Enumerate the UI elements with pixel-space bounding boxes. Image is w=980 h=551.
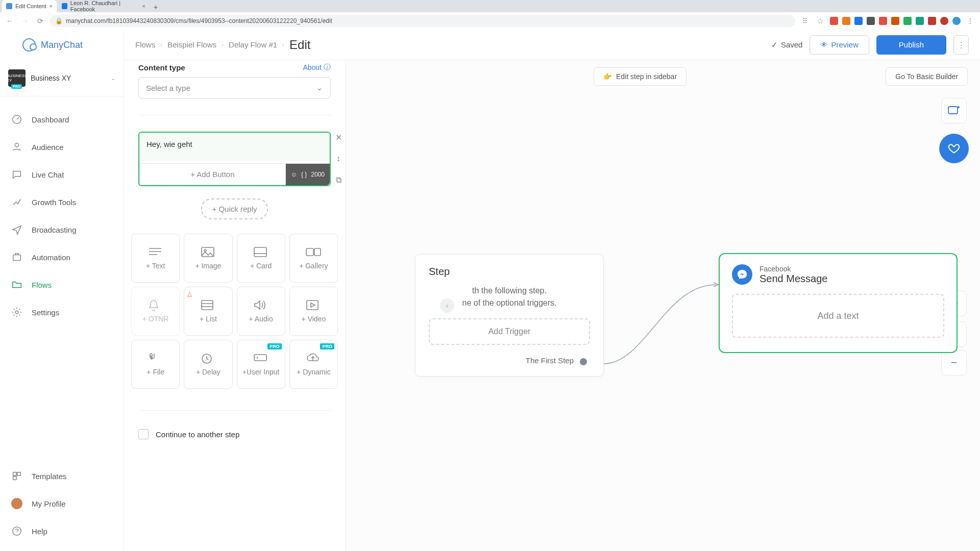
content-block-audio[interactable]: + Audio xyxy=(237,287,285,336)
sidebar-item-growth[interactable]: Growth Tools xyxy=(0,188,124,216)
content-block-gallery[interactable]: + Gallery xyxy=(289,234,338,283)
content-type-select[interactable]: Select a type ⌄ xyxy=(138,77,331,98)
add-quick-reply-button[interactable]: + Quick reply xyxy=(201,198,268,219)
back-button[interactable]: ← xyxy=(4,17,15,25)
chevron-right-icon: › xyxy=(282,41,284,48)
automation-icon xyxy=(11,252,22,263)
extension-icon[interactable] xyxy=(891,17,899,25)
content-block-list[interactable]: △+ List xyxy=(184,287,232,336)
svg-point-1 xyxy=(15,143,18,147)
about-link[interactable]: About ⓘ xyxy=(303,63,331,72)
menu-icon[interactable]: ⋮ xyxy=(965,17,976,25)
sidebar-item-templates[interactable]: Templates xyxy=(0,462,124,490)
pro-badge: PRO xyxy=(11,84,22,89)
card-icon xyxy=(253,246,268,257)
brand[interactable]: ManyChat xyxy=(0,30,124,60)
block-label: + Video xyxy=(302,315,326,323)
add-text-placeholder[interactable]: Add a text xyxy=(732,294,944,338)
content-block-file[interactable]: + File xyxy=(131,340,180,389)
breadcrumb-link[interactable]: Delay Flow #1 xyxy=(229,40,277,49)
sidebar-item-help[interactable]: Help xyxy=(0,517,124,545)
block-label: + Audio xyxy=(249,315,273,323)
sidebar-item-profile[interactable]: My Profile xyxy=(0,490,124,517)
extension-icon[interactable] xyxy=(903,17,912,25)
sidebar-item-livechat[interactable]: Live Chat xyxy=(0,161,124,188)
breadcrumb-link[interactable]: Flows xyxy=(135,40,155,49)
sidebar-item-settings[interactable]: Settings xyxy=(0,298,124,326)
brand-name: ManyChat xyxy=(41,40,83,51)
variable-icon[interactable]: { } xyxy=(301,171,307,178)
profile-avatar-icon[interactable] xyxy=(952,17,961,25)
nav-left-icon[interactable]: ‹ xyxy=(440,298,454,313)
extension-icon[interactable] xyxy=(940,17,948,25)
content-block-video[interactable]: + Video xyxy=(289,287,338,336)
close-block-button[interactable]: ✕ xyxy=(331,130,346,145)
tab-close-icon[interactable]: × xyxy=(142,3,145,9)
divider xyxy=(138,115,331,115)
bookmark-icon[interactable]: ☆ xyxy=(815,17,826,25)
content-block-otnr: + OTNR xyxy=(131,287,180,336)
content-block-text[interactable]: + Text xyxy=(131,234,180,283)
extension-icon[interactable] xyxy=(928,17,936,25)
address-bar[interactable]: 🔒 manychat.com/fb181039443240830309/cms/… xyxy=(50,15,795,27)
sidebar-item-dashboard[interactable]: Dashboard xyxy=(0,106,124,133)
extension-icon[interactable] xyxy=(830,17,838,25)
browser-tab-active[interactable]: Edit Content × xyxy=(2,0,57,12)
browser-tab[interactable]: Leon R. Chaudhari | Facebook × xyxy=(58,0,150,12)
extension-icon[interactable] xyxy=(916,17,924,25)
point-icon: 👉 xyxy=(603,72,612,81)
edit-step-sidebar-chip[interactable]: 👉 Edit step in sidebar xyxy=(594,67,687,86)
add-node-button[interactable] xyxy=(941,98,967,123)
tab-close-icon[interactable]: × xyxy=(50,3,53,9)
add-button-button[interactable]: + Add Button xyxy=(139,164,286,185)
more-button[interactable]: ⋮ xyxy=(953,35,969,55)
send-icon xyxy=(11,224,22,235)
emoji-icon[interactable]: ☺ xyxy=(291,171,297,178)
feedback-button[interactable] xyxy=(939,134,969,163)
extension-icon[interactable] xyxy=(854,17,863,25)
sidebar-item-automation[interactable]: Automation xyxy=(0,243,124,271)
forward-button[interactable]: → xyxy=(19,17,31,25)
block-label: +User Input xyxy=(242,368,280,376)
extension-icon[interactable] xyxy=(879,17,887,25)
content-block-dynamic[interactable]: PRO+ Dynamic xyxy=(289,340,338,389)
svg-rect-4 xyxy=(13,472,16,475)
block-label: + List xyxy=(200,315,217,323)
preview-button[interactable]: 👁 Preview xyxy=(810,35,869,55)
block-label: + OTNR xyxy=(142,315,169,323)
duplicate-block-button[interactable]: ⧉ xyxy=(331,172,346,188)
sidebar-item-audience[interactable]: Audience xyxy=(0,133,124,161)
go-to-basic-builder-button[interactable]: Go To Basic Builder xyxy=(886,67,968,86)
content-block-image[interactable]: + Image xyxy=(184,234,232,283)
continue-checkbox[interactable] xyxy=(138,429,149,439)
logo-icon xyxy=(22,38,36,52)
starting-step-node[interactable]: Step ‹ th the following step. ne of the … xyxy=(415,254,604,377)
sidebar-item-broadcasting[interactable]: Broadcasting xyxy=(0,216,124,243)
send-message-node[interactable]: Facebook Send Message Add a text xyxy=(719,253,958,353)
breadcrumb-link[interactable]: Beispiel Flows xyxy=(167,40,216,49)
publish-button[interactable]: Publish xyxy=(876,35,946,55)
translate-icon[interactable]: ⠿ xyxy=(799,17,811,25)
content-block-delay[interactable]: + Delay xyxy=(184,340,232,389)
bell-icon xyxy=(148,299,163,310)
new-tab-button[interactable]: + xyxy=(151,2,161,12)
growth-icon xyxy=(11,196,22,208)
content-block-userinput[interactable]: PRO+User Input xyxy=(237,340,285,389)
step-editor-panel: Send Message Content type About ⓘ Select… xyxy=(124,30,346,551)
avatar-icon xyxy=(11,498,22,509)
add-trigger-button[interactable]: Add Trigger xyxy=(429,318,590,345)
first-step-handle[interactable]: The First Step xyxy=(429,356,590,365)
block-label: + Gallery xyxy=(299,262,328,270)
svg-point-10 xyxy=(204,249,206,252)
reload-button[interactable]: ⟳ xyxy=(35,17,46,25)
svg-rect-13 xyxy=(314,248,321,256)
message-textarea[interactable] xyxy=(139,133,330,161)
content-block-card[interactable]: + Card xyxy=(237,234,285,283)
move-block-button[interactable]: ↕ xyxy=(331,151,346,166)
sidebar-item-flows[interactable]: Flows xyxy=(0,271,124,298)
workspace-switcher[interactable]: BUSINESS XY PRO Business XY ⌄ xyxy=(0,60,124,96)
extension-icon[interactable] xyxy=(867,17,875,25)
zoom-out-button[interactable]: − xyxy=(941,350,967,375)
extension-icon[interactable] xyxy=(842,17,850,25)
svg-rect-5 xyxy=(17,472,20,475)
